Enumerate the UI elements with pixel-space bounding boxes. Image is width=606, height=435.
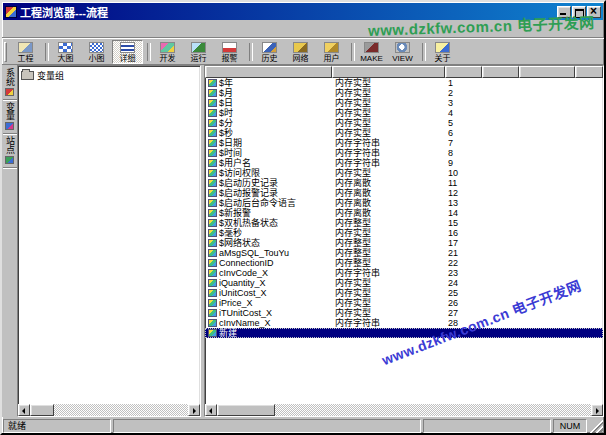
variable-type: 内存离散	[332, 178, 445, 188]
variable-id: 8	[445, 148, 482, 158]
table-row[interactable]: $日 内存实型 3	[205, 98, 603, 108]
column-header[interactable]	[575, 66, 603, 78]
table-row[interactable]: $新报警 内存离散 14	[205, 208, 603, 218]
sidebar-tab[interactable]: 系统	[3, 66, 17, 100]
toolbar-button[interactable]: 历史	[254, 40, 285, 64]
menu-item[interactable]	[18, 29, 32, 31]
toolbar-button[interactable]: 详细	[112, 40, 143, 64]
sidebar-tab[interactable]: 变量	[3, 100, 17, 134]
scrollbar-thumb[interactable]	[30, 404, 54, 416]
variable-icon	[208, 279, 217, 287]
menu-item[interactable]	[60, 29, 74, 31]
toolbar-button[interactable]: 用户	[316, 40, 347, 64]
table-row[interactable]: ConnectionID 内存整型 22	[205, 258, 603, 268]
table-row[interactable]: $启动历史记录 内存离散 11	[205, 178, 603, 188]
table-row[interactable]: $双机热备状态 内存整型 15	[205, 218, 603, 228]
variable-name: $时	[219, 108, 233, 118]
table-row[interactable]: $启动后台命令语言 内存离散 13	[205, 198, 603, 208]
table-row[interactable]: iUnitCost_X 内存实型 25	[205, 288, 603, 298]
variable-name: $双机热备状态	[219, 218, 278, 228]
variable-icon	[208, 179, 217, 187]
table-row[interactable]: iQuantity_X 内存实型 24	[205, 278, 603, 288]
toolbar-button[interactable]: 小图	[81, 40, 112, 64]
variable-name: $月	[219, 88, 233, 98]
column-header[interactable]	[519, 66, 575, 78]
table-row[interactable]: iPrice_X 内存实型 26	[205, 298, 603, 308]
toolbar-button[interactable]: MAKE	[356, 40, 387, 64]
tree-horizontal-scrollbar[interactable]	[18, 404, 200, 416]
scroll-left-icon[interactable]	[18, 404, 30, 416]
scroll-left-icon[interactable]	[205, 404, 217, 416]
table-row[interactable]: cInvCode_X 内存字符串 23	[205, 268, 603, 278]
variable-name: $时间	[219, 148, 242, 158]
table-row[interactable]: $毫秒 内存实型 16	[205, 228, 603, 238]
variable-id: 1	[445, 78, 482, 88]
scrollbar-thumb[interactable]	[217, 404, 275, 416]
table-row[interactable]: $启动报警记录 内存离散 12	[205, 188, 603, 198]
menu-item[interactable]	[32, 29, 46, 31]
app-icon	[5, 6, 17, 18]
variable-icon	[208, 209, 217, 217]
toolbar-button-label: 历史	[262, 54, 278, 63]
table-row[interactable]: $秒 内存实型 6	[205, 128, 603, 138]
variable-type: 内存字符串	[332, 318, 445, 328]
variable-name: $访问权限	[219, 168, 260, 178]
maximize-button[interactable]	[572, 6, 586, 18]
toolbar-button[interactable]: 关于	[427, 40, 458, 64]
resize-grip[interactable]	[589, 419, 603, 433]
variable-type: 内存离散	[332, 188, 445, 198]
variable-name: iUnitCost_X	[219, 288, 267, 298]
scroll-right-icon[interactable]	[591, 404, 603, 416]
toolbar-button-label: 运行	[191, 54, 207, 63]
variable-type: 内存实型	[332, 298, 445, 308]
scroll-right-icon[interactable]	[188, 404, 200, 416]
variable-icon	[208, 159, 217, 167]
column-header[interactable]	[205, 66, 332, 78]
toolbar-button[interactable]: 大图	[50, 40, 81, 64]
variable-type: 内存实型	[332, 288, 445, 298]
table-row[interactable]: $日期 内存字符串 7	[205, 138, 603, 148]
large-icons-icon	[58, 42, 73, 53]
toolbar-button[interactable]: 网络	[285, 40, 316, 64]
menu-item[interactable]	[4, 29, 18, 31]
toolbar-button[interactable]: 报警	[214, 40, 245, 64]
toolbar-button[interactable]: VIEW	[387, 40, 418, 64]
tree-item-variable-group[interactable]: 变量组	[19, 68, 199, 83]
main-area: 系统 变量 站点 变量组	[2, 65, 604, 417]
variable-name: iQuantity_X	[219, 278, 266, 288]
minimize-button[interactable]	[557, 6, 571, 18]
toolbar-gripper[interactable]	[4, 42, 7, 62]
menu-item[interactable]	[46, 29, 60, 31]
sidebar-tab-label: 系统	[3, 68, 16, 86]
toolbar-button[interactable]: 开发	[152, 40, 183, 64]
column-header[interactable]	[332, 66, 445, 78]
variable-type: 内存实型	[332, 308, 445, 318]
develop-icon	[160, 42, 175, 53]
toolbar-button-label: VIEW	[392, 54, 412, 63]
table-row[interactable]: aMsgSQL_TouYu 内存整型 21	[205, 248, 603, 258]
toolbar-button[interactable]: 运行	[183, 40, 214, 64]
system-icon	[5, 88, 14, 96]
close-button[interactable]	[587, 6, 601, 18]
column-header[interactable]	[445, 66, 482, 78]
table-row[interactable]: $用户名 内存字符串 9	[205, 158, 603, 168]
table-row[interactable]: $时 内存实型 4	[205, 108, 603, 118]
table-row[interactable]: $年 内存实型 1	[205, 78, 603, 88]
table-row[interactable]: 新建	[205, 328, 603, 338]
column-header[interactable]	[482, 66, 519, 78]
table-row[interactable]: $分 内存实型 5	[205, 118, 603, 128]
table-row[interactable]: $访问权限 内存实型 10	[205, 168, 603, 178]
variable-id: 27	[445, 308, 482, 318]
table-row[interactable]: $时间 内存字符串 8	[205, 148, 603, 158]
table-row[interactable]: iTUnitCost_X 内存实型 27	[205, 308, 603, 318]
toolbar-button[interactable]: 工程	[10, 40, 41, 64]
table-row[interactable]: $月 内存实型 2	[205, 88, 603, 98]
list-horizontal-scrollbar[interactable]	[205, 404, 603, 416]
variable-name: $分	[219, 118, 233, 128]
variable-name: $启动报警记录	[219, 188, 278, 198]
sidebar-tab[interactable]: 站点	[3, 134, 17, 168]
table-row[interactable]: cInvName_X 内存字符串 28	[205, 318, 603, 328]
variable-icon	[208, 289, 217, 297]
variable-type: 内存实型	[332, 88, 445, 98]
table-row[interactable]: $网络状态 内存整型 17	[205, 238, 603, 248]
